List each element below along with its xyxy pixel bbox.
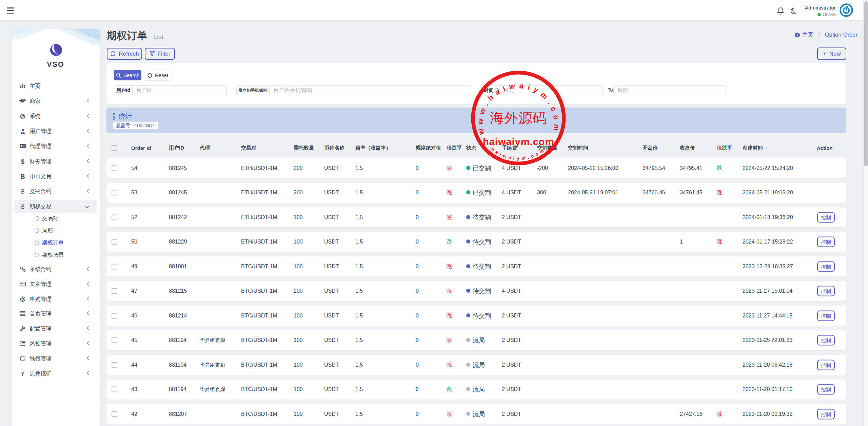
svg-text:海外源码: 海外源码 (490, 110, 547, 126)
svg-text:www.haiwaiym.com: www.haiwaiym.com (476, 81, 561, 135)
svg-text:haiwaiym.com: haiwaiym.com (483, 136, 554, 147)
